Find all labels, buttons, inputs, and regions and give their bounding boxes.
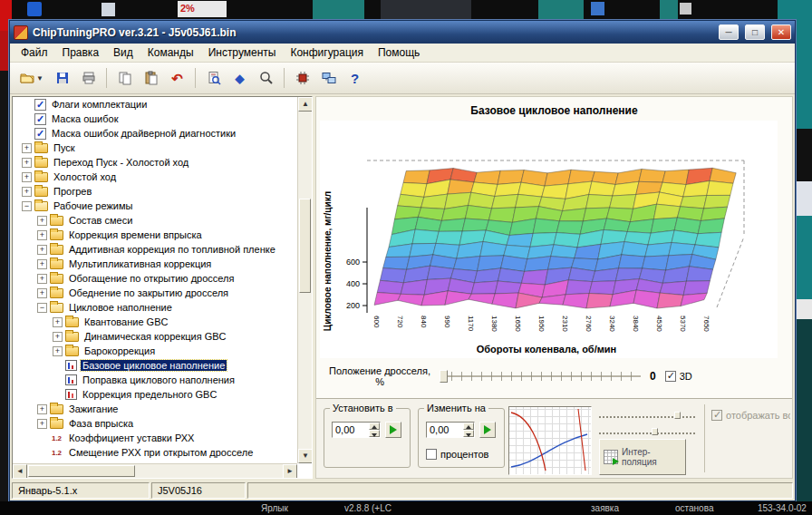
preview-button[interactable]: [201, 66, 226, 91]
expand-icon[interactable]: +: [22, 187, 32, 197]
interp-slider-2[interactable]: [599, 425, 695, 434]
expand-icon[interactable]: +: [37, 274, 47, 284]
set-value-input[interactable]: 0,00: [332, 422, 381, 438]
tree-item[interactable]: 1.2Смещение РХХ при открытом дросселе: [13, 445, 297, 460]
percent-toggle[interactable]: процентов: [426, 449, 488, 460]
apply-set-button[interactable]: [385, 422, 401, 438]
throttle-slider-thumb[interactable]: [440, 370, 448, 383]
interpolate-button[interactable]: Интер-поляция: [599, 439, 686, 475]
throttle-slider[interactable]: [440, 369, 641, 384]
3d-checkbox-icon[interactable]: [665, 371, 676, 382]
paste-button[interactable]: [139, 66, 163, 91]
tree-item[interactable]: +Состав смеси: [13, 213, 297, 228]
open-button[interactable]: ▼: [15, 66, 48, 91]
tree-item[interactable]: +Динамическая коррекция GBC: [13, 329, 297, 344]
taskbar-item[interactable]: v2.8.8 (+LC: [344, 503, 392, 513]
menu-item[interactable]: Файл: [14, 44, 55, 61]
tree-item[interactable]: +Зажигание: [13, 402, 297, 416]
close-button[interactable]: ✕: [771, 24, 791, 40]
network-button[interactable]: [316, 66, 341, 91]
expand-icon[interactable]: +: [22, 158, 32, 168]
help-button[interactable]: ?: [343, 66, 367, 91]
expand-icon[interactable]: +: [53, 317, 63, 327]
taskbar-item[interactable]: заявка: [591, 503, 619, 513]
tree-item[interactable]: +Фаза впрыска: [13, 416, 297, 431]
minimize-button[interactable]: ─: [719, 24, 739, 40]
expand-icon[interactable]: +: [53, 332, 63, 342]
expand-icon[interactable]: +: [37, 404, 47, 414]
scroll-up-icon[interactable]: ▲: [298, 97, 313, 112]
copy-button[interactable]: [112, 66, 137, 91]
apply-change-button[interactable]: [479, 422, 496, 438]
open-dropdown-icon[interactable]: ▼: [36, 74, 44, 83]
show-all-checkbox-icon[interactable]: [711, 410, 722, 421]
tree-item[interactable]: ✓Маска ошибок: [13, 112, 297, 126]
expand-icon[interactable]: +: [37, 259, 47, 269]
tree-item[interactable]: +Барокоррекция: [13, 344, 297, 358]
expand-icon[interactable]: +: [37, 216, 47, 226]
save-button[interactable]: [50, 66, 74, 91]
tree-item[interactable]: +Обогащение по открытию дросселя: [13, 271, 297, 286]
scroll-left-icon[interactable]: ◄: [13, 464, 27, 479]
tree-item[interactable]: −Цикловое наполнение: [13, 300, 297, 315]
tree-item[interactable]: +Коррекция времени впрыска: [13, 228, 297, 242]
tree-vertical-scrollbar[interactable]: ▲ ▼: [297, 97, 312, 463]
menu-item[interactable]: Помощь: [371, 44, 427, 61]
spin-up-icon[interactable]: [369, 423, 380, 430]
taskbar-item[interactable]: 153-34.0-02: [758, 503, 807, 513]
expand-icon[interactable]: +: [37, 419, 47, 429]
tree-item[interactable]: ✓Маска ошибок драйверной диагностики: [13, 126, 297, 141]
hscroll-thumb[interactable]: [28, 465, 135, 477]
menu-item[interactable]: Правка: [55, 44, 107, 61]
view-3d-toggle[interactable]: 3D: [665, 371, 692, 382]
tree-item[interactable]: +Аддитивная коррекция по топливной пленк…: [13, 242, 297, 257]
expand-icon[interactable]: +: [37, 245, 47, 255]
interp-slider-1[interactable]: [599, 409, 695, 418]
collapse-icon[interactable]: −: [37, 303, 47, 313]
title-bar[interactable]: ChipTuningPRO ver.3.21 - J5v05J61.bin ─ …: [10, 21, 795, 44]
calibrate-button[interactable]: [290, 66, 314, 91]
zoom-button[interactable]: [254, 66, 278, 91]
tree-item[interactable]: Поправка циклового наполнения: [13, 373, 297, 387]
scroll-right-icon[interactable]: ►: [283, 464, 297, 479]
tree-item[interactable]: +Обеднение по закрытию дросселя: [13, 286, 297, 300]
tree-item[interactable]: ✓Флаги комплектации: [13, 97, 297, 112]
scroll-down-icon[interactable]: ▼: [298, 449, 313, 463]
show-all-toggle[interactable]: отображать все то: [711, 410, 790, 421]
tree-item[interactable]: +Переход Пуск - Холостой ход: [13, 155, 297, 170]
spin-down-icon[interactable]: [463, 430, 474, 437]
menu-item[interactable]: Вид: [106, 44, 140, 61]
undo-button[interactable]: ↶: [165, 66, 189, 91]
tree-item[interactable]: Коррекция предельного GBC: [13, 387, 297, 402]
tree-item[interactable]: +Прогрев: [13, 184, 297, 199]
collapse-icon[interactable]: −: [22, 201, 32, 211]
taskbar-item[interactable]: останова: [675, 503, 713, 513]
expand-icon[interactable]: +: [53, 346, 63, 356]
percent-checkbox-icon[interactable]: [426, 449, 437, 460]
tree-horizontal-scrollbar[interactable]: ◄ ►: [13, 463, 297, 478]
change-value-input[interactable]: 0,00: [426, 422, 475, 438]
tree-item[interactable]: +Холостой ход: [13, 170, 297, 184]
compare-button[interactable]: ◆: [227, 66, 252, 91]
menu-item[interactable]: Конфигурация: [283, 44, 371, 61]
taskbar-item[interactable]: Ярлык: [261, 503, 288, 513]
expand-icon[interactable]: +: [22, 172, 32, 182]
expand-icon[interactable]: +: [22, 143, 32, 153]
tree-item[interactable]: Базовое цикловое наполнение: [13, 358, 297, 373]
interp-slider-1-thumb[interactable]: [674, 412, 681, 419]
tree-item[interactable]: +Пуск: [13, 141, 297, 155]
vscroll-thumb[interactable]: [299, 199, 311, 293]
spin-down-icon[interactable]: [369, 430, 380, 437]
expand-icon[interactable]: +: [37, 288, 47, 298]
tree-item[interactable]: −Рабочие режимы: [13, 199, 297, 213]
maximize-button[interactable]: □: [745, 24, 765, 40]
tree-item[interactable]: 1.2Коэффициент уставки РХХ: [13, 431, 297, 445]
tree-item[interactable]: +Квантование GBC: [13, 315, 297, 329]
print-button[interactable]: [76, 66, 101, 91]
tree-item[interactable]: +Мультипликативная коррекция: [13, 257, 297, 271]
interp-slider-2-thumb[interactable]: [652, 428, 658, 435]
expand-icon[interactable]: +: [37, 230, 47, 240]
menu-item[interactable]: Команды: [140, 44, 201, 61]
spin-up-icon[interactable]: [463, 423, 474, 430]
menu-item[interactable]: Инструменты: [201, 44, 284, 61]
